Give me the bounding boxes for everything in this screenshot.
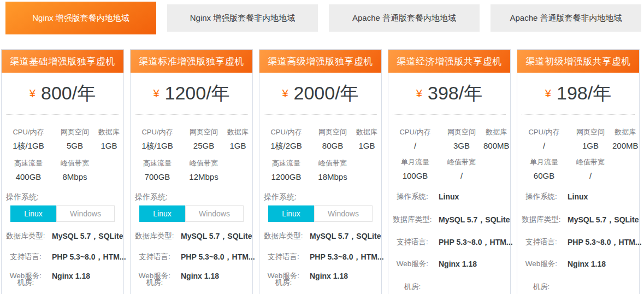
detail-value: MySQL 5.7，SQLite: [176, 231, 252, 242]
spec-label: 数据库: [483, 127, 510, 137]
spec-value: 60GB: [519, 171, 569, 180]
spec-value: /: [569, 171, 612, 180]
spec-value: 700GB: [133, 172, 182, 181]
detail-list: 数据库类型:MySQL 5.7，SQLite 支持语言:PHP 5.3~8.0，…: [259, 231, 381, 287]
detail-label: 支持语言:: [519, 237, 563, 248]
spec-value: 100GB: [391, 171, 440, 180]
detail-list: 数据库类型:MySQL 5.7，SQLite 支持语言:PHP 5.3~8.0，…: [2, 231, 123, 287]
detail-row: 数据库类型:MySQL 5.7，SQLite: [262, 231, 379, 242]
detail-label: 数据库类型:: [4, 231, 48, 242]
spec-value: 1GB: [355, 141, 379, 150]
currency-symbol: ¥: [282, 87, 288, 100]
detail-value: Nginx 1.18: [563, 258, 606, 269]
price: ¥ 800/年: [6, 73, 119, 115]
card-title: 渠道经济增强版共享虚机: [388, 50, 510, 73]
spec-label: 峰值带宽: [182, 158, 226, 168]
detail-label: Web服务:: [519, 258, 563, 269]
detail-value: MySQL 5.7，SQLite: [563, 214, 639, 225]
detail-value: PHP 5.3~8.0，HTM...: [48, 251, 126, 262]
tab-nginx-enhanced-non-mainland[interactable]: Nginx 增强版套餐非内地地域: [167, 4, 318, 32]
currency-symbol: ¥: [545, 87, 551, 100]
spec-value: 1GB: [226, 141, 250, 150]
detail-label: 机房:: [391, 281, 434, 292]
spec-label: 峰值带宽: [311, 158, 355, 168]
detail-row: 支持语言:PHP 5.3~8.0，HTM...: [519, 237, 637, 248]
spec-value: 3GB: [440, 141, 483, 150]
detail-value: Nginx 1.18: [176, 271, 219, 281]
detail-label: 机房:: [133, 277, 176, 288]
detail-row: Web服务:Nginx 1.18: [519, 258, 637, 269]
detail-row: 支持语言:PHP 5.3~8.0，HTM...: [4, 251, 121, 262]
detail-label: 操作系统:: [391, 191, 434, 202]
spec-label: 高速流量: [262, 158, 311, 168]
detail-row: 数据库类型:MySQL 5.7，SQLite: [133, 231, 250, 242]
detail-list: 操作系统:Linux 数据库类型:MySQL 5.7，SQLite 支持语言:P…: [388, 191, 510, 292]
detail-row: 操作系统:Linux: [391, 191, 508, 202]
detail-row: Web服务:Nginx 1.18: [391, 258, 508, 269]
spec-value: 800MB: [483, 141, 510, 150]
spec-value: 1GB: [569, 141, 612, 150]
price-amount: 198/年: [557, 81, 611, 106]
os-label: 操作系统:: [135, 192, 252, 202]
spec-label: CPU/内存: [133, 127, 182, 137]
spec-label: CPU/内存: [391, 127, 440, 137]
detail-label: 数据库类型:: [133, 231, 176, 242]
detail-label: 机房:: [4, 277, 48, 288]
detail-row: 数据库类型:MySQL 5.7，SQLite: [4, 231, 121, 242]
linux-button[interactable]: Linux: [139, 205, 185, 222]
detail-label: 数据库类型:: [391, 214, 434, 225]
tab-apache-standard-non-mainland[interactable]: Apache 普通版套餐非内地地域: [491, 4, 641, 32]
detail-label: 数据库类型:: [519, 214, 563, 225]
detail-label: Web服务:: [391, 258, 434, 269]
spec-label: 数据库: [97, 127, 121, 137]
detail-list: 操作系统:Linux 数据库类型:MySQL 5.7，SQLite 支持语言:P…: [517, 191, 639, 292]
spec-grid: CPU/内存/ 网页空间3GB 数据库800MB 单月流量100GB 峰值带宽/: [388, 115, 510, 180]
spec-value: 400GB: [4, 172, 53, 181]
tab-apache-standard-mainland[interactable]: Apache 普通版套餐内地地域: [329, 4, 480, 32]
spec-label: 数据库: [355, 127, 379, 137]
linux-button[interactable]: Linux: [268, 205, 314, 222]
detail-row: 支持语言:PHP 5.3~8.0，HTM...: [391, 237, 508, 248]
spec-value: 25GB: [182, 141, 226, 150]
windows-button[interactable]: Windows: [185, 205, 244, 222]
currency-symbol: ¥: [29, 87, 36, 100]
detail-value: PHP 5.3~8.0，HTM...: [434, 237, 513, 248]
card-title: 渠道基础增强版独享虚机: [2, 50, 123, 73]
detail-value: Nginx 1.18: [434, 258, 477, 269]
detail-value: MySQL 5.7，SQLite: [48, 231, 123, 242]
os-label: 操作系统:: [6, 192, 123, 202]
detail-value: PHP 5.3~8.0，HTM...: [563, 237, 642, 248]
detail-value: Linux: [434, 191, 459, 202]
card-title: 渠道标准增强版独享虚机: [131, 50, 252, 73]
price-amount: 398/年: [428, 81, 482, 106]
spec-label: 高速流量: [133, 158, 182, 168]
detail-label: 操作系统:: [519, 191, 563, 202]
spec-label: 网页空间: [182, 127, 226, 137]
spec-value: 1200GB: [262, 172, 311, 181]
os-toggle: Linux Windows: [10, 205, 123, 222]
spec-grid: CPU/内存1核/1GB 网页空间25GB 数据库1GB 高速流量700GB 峰…: [131, 115, 252, 181]
spec-value: 5GB: [53, 141, 97, 150]
tab-nginx-enhanced-mainland[interactable]: Nginx 增强版套餐内地地域: [5, 2, 156, 34]
detail-row: 支持语言:PHP 5.3~8.0，HTM...: [133, 251, 250, 262]
detail-row: 数据库类型:MySQL 5.7，SQLite: [391, 214, 508, 225]
spec-value: 18Mbps: [311, 172, 355, 181]
detail-row: 支持语言:PHP 5.3~8.0，HTM...: [262, 251, 379, 262]
os-toggle: Linux Windows: [268, 205, 381, 222]
linux-button[interactable]: Linux: [10, 205, 56, 222]
price-amount: 2000/年: [294, 81, 359, 106]
windows-button[interactable]: Windows: [56, 205, 115, 222]
detail-value: Linux: [563, 191, 588, 202]
detail-value: MySQL 5.7，SQLite: [434, 214, 510, 225]
os-toggle: Linux Windows: [139, 205, 252, 222]
spec-label: 峰值带宽: [440, 157, 483, 167]
price: ¥ 2000/年: [264, 73, 377, 115]
currency-symbol: ¥: [153, 87, 159, 100]
detail-value: MySQL 5.7，SQLite: [305, 231, 381, 242]
windows-button[interactable]: Windows: [314, 205, 373, 222]
spec-value: /: [519, 141, 569, 150]
spec-grid: CPU/内存1核/2GB 网页空间80GB 数据库1GB 高速流量1200GB …: [259, 115, 381, 181]
spec-label: CPU/内存: [519, 127, 569, 137]
detail-value: PHP 5.3~8.0，HTM...: [305, 251, 384, 262]
pricing-card-basic: 渠道基础增强版独享虚机 ¥ 800/年 CPU/内存1核/1GB 网页空间5GB…: [1, 49, 124, 294]
